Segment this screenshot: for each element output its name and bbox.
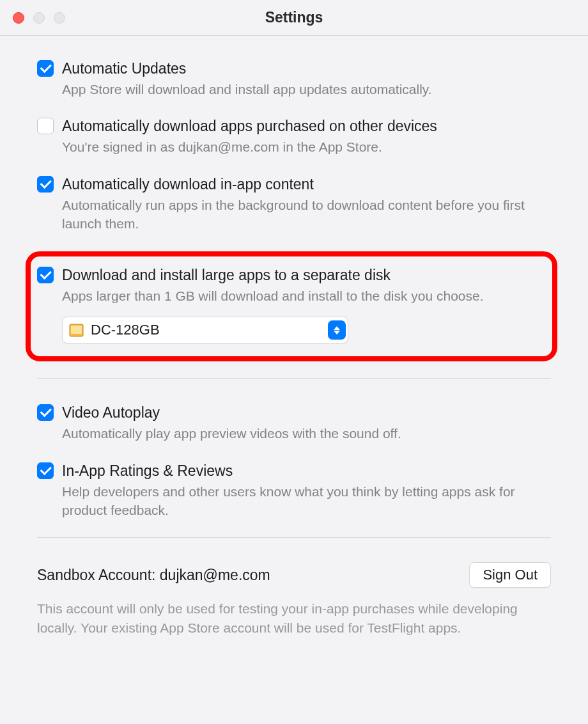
svg-rect-1 [71, 326, 82, 334]
setting-automatic-updates: Automatic Updates App Store will downloa… [37, 59, 551, 98]
close-button[interactable] [13, 12, 24, 24]
checkbox-large-apps-disk[interactable] [37, 267, 54, 283]
disk-select[interactable]: DC-128GB [62, 317, 348, 343]
setting-label: Automatically download apps purchased on… [62, 116, 551, 136]
setting-text: In-App Ratings & Reviews Help developers… [62, 461, 551, 520]
setting-desc: Apps larger than 1 GB will download and … [62, 287, 546, 305]
setting-text: Download and install large apps to a sep… [62, 265, 546, 305]
disk-select-wrapper: DC-128GB [62, 317, 546, 343]
minimize-button[interactable] [33, 12, 45, 24]
setting-text: Automatically download apps purchased on… [62, 116, 551, 156]
highlighted-section: Download and install large apps to a sep… [26, 251, 557, 361]
setting-desc: Automatically play app preview videos wi… [62, 424, 551, 443]
sandbox-row: Sandbox Account: dujkan@me.com Sign Out [37, 562, 551, 588]
traffic-lights [13, 12, 65, 24]
divider [37, 378, 551, 379]
checkbox-auto-inapp-content[interactable] [37, 176, 54, 193]
setting-label: Download and install large apps to a sep… [62, 265, 546, 285]
window-title: Settings [265, 9, 323, 26]
checkbox-inapp-ratings[interactable] [37, 462, 54, 479]
setting-desc: Help developers and other users know wha… [62, 482, 551, 520]
selected-disk-name: DC-128GB [91, 322, 328, 338]
setting-label: In-App Ratings & Reviews [62, 461, 551, 481]
disk-icon [68, 322, 84, 338]
setting-desc: You're signed in as dujkan@me.com in the… [62, 138, 551, 156]
sign-out-button[interactable]: Sign Out [469, 562, 551, 588]
setting-desc: App Store will download and install app … [62, 80, 551, 98]
sandbox-desc: This account will only be used for testi… [37, 599, 551, 637]
divider [37, 537, 551, 538]
setting-label: Automatic Updates [62, 59, 551, 79]
setting-label: Video Autoplay [62, 403, 551, 423]
setting-text: Video Autoplay Automatically play app pr… [62, 403, 551, 443]
checkbox-auto-download-purchased[interactable] [37, 118, 54, 134]
setting-desc: Automatically run apps in the background… [62, 196, 551, 233]
setting-auto-download-purchased: Automatically download apps purchased on… [37, 116, 551, 156]
setting-large-apps-disk: Download and install large apps to a sep… [37, 265, 546, 305]
select-arrows-icon [328, 320, 346, 340]
maximize-button[interactable] [54, 12, 65, 24]
setting-inapp-ratings: In-App Ratings & Reviews Help developers… [37, 461, 551, 520]
setting-text: Automatically download in-app content Au… [62, 175, 551, 233]
setting-video-autoplay: Video Autoplay Automatically play app pr… [37, 403, 551, 443]
checkbox-automatic-updates[interactable] [37, 60, 54, 77]
setting-auto-inapp-content: Automatically download in-app content Au… [37, 175, 551, 233]
titlebar: Settings [0, 0, 588, 36]
setting-label: Automatically download in-app content [62, 175, 551, 194]
settings-window: Settings Automatic Updates App Store wil… [0, 0, 588, 724]
checkbox-video-autoplay[interactable] [37, 404, 54, 421]
settings-content: Automatic Updates App Store will downloa… [0, 36, 588, 724]
setting-text: Automatic Updates App Store will downloa… [62, 59, 551, 98]
sandbox-account-label: Sandbox Account: dujkan@me.com [37, 567, 270, 584]
